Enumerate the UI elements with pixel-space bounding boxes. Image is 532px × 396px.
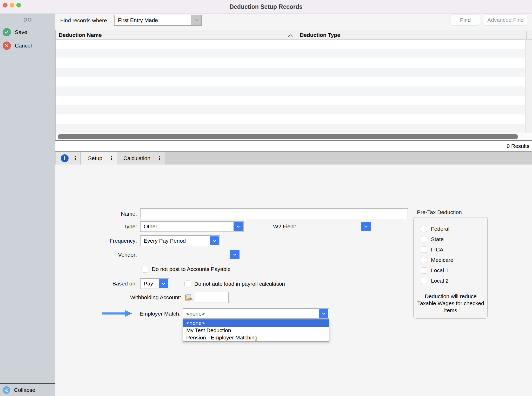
local2-checkbox[interactable] [421,278,427,284]
results-count: 0 Results [507,141,529,151]
chevron-down-icon[interactable] [210,236,219,245]
option-none[interactable]: <none> [183,319,329,327]
tab-setup-label: Setup [88,155,102,161]
find-records-where-label: Find records where [60,15,107,26]
collapse-label: Collapse [14,387,35,393]
option-pension-employer-matching[interactable]: Pension - Employer Matching [183,334,329,341]
save-label: Save [15,29,27,35]
titlebar: Deduction Setup Records [0,0,532,14]
type-label: Type: [68,221,137,232]
withholding-account-label: Withholding Account: [86,292,181,303]
sort-ascending-icon[interactable] [288,33,293,38]
tab-menu-dots-icon[interactable]: ⋮ [109,155,114,161]
save-button[interactable]: Save [3,28,27,36]
pretax-row-fica: FICA [421,246,443,253]
chevron-down-icon[interactable] [191,15,201,25]
state-checkbox[interactable] [421,236,427,242]
pretax-row-local2: Local 2 [421,277,449,284]
medicare-checkbox[interactable] [421,257,427,263]
pretax-row-federal: Federal [421,226,449,232]
pretax-note: Deduction will reduce Taxable Wages for … [417,293,485,314]
column-divider [526,31,527,39]
pretax-row-medicare: Medicare [421,257,453,263]
tab-calculation-label: Calculation [123,155,150,161]
advanced-find-button[interactable]: Advanced Find [483,15,528,25]
frequency-value: Every Pay Period [144,236,186,246]
do-not-post-ap-checkbox[interactable] [142,266,148,272]
do-not-post-ap-label: Do not post to Accounts Payable [152,264,231,274]
fica-label: FICA [431,247,443,253]
x-circle-icon [3,42,11,50]
type-value: Other [144,222,157,231]
tab-info[interactable]: i ⋮ [56,152,81,165]
vertical-scrollbar-track[interactable] [525,40,532,133]
chevron-down-icon[interactable] [319,309,328,318]
option-my-test-deduction[interactable]: My Test Deduction [183,327,329,334]
column-header-deduction-type[interactable]: Deduction Type [300,30,340,40]
name-label: Name: [68,208,137,219]
based-on-label: Based on: [68,278,137,289]
results-table-body[interactable] [55,40,525,133]
vendor-dropdown[interactable] [230,250,240,259]
pretax-row-state: State [421,236,444,243]
chevron-down-icon[interactable] [234,222,243,231]
tab-setup[interactable]: Setup ⋮ [81,152,117,165]
type-dropdown[interactable]: Other [140,221,244,232]
horizontal-scrollbar-thumb[interactable] [58,134,518,139]
tab-menu-dots-icon[interactable]: ⋮ [72,155,78,161]
fica-checkbox[interactable] [421,247,427,253]
do-not-autoload-label: Do not auto load in payroll calculation [194,279,285,289]
frequency-dropdown[interactable]: Every Pay Period [140,235,220,246]
withholding-account-input[interactable] [195,292,229,303]
vendor-label: Vendor: [68,249,137,260]
local1-label: Local 1 [431,267,449,274]
local1-checkbox[interactable] [421,267,427,274]
pretax-row-local1: Local 1 [421,267,449,274]
account-lookup-icon[interactable] [184,292,193,303]
find-field-dropdown[interactable]: First Entry Made [114,15,202,26]
find-field-value: First Entry Made [118,15,158,25]
table-header: Deduction Name Deduction Type [55,30,532,40]
sidebar: DO Save Cancel [0,13,55,383]
employer-match-dropdown[interactable]: <none> [183,308,329,319]
w2-field-label: W2 Field: [249,221,296,232]
pretax-deduction-title: Pre-Tax Deduction [417,209,462,215]
info-icon: i [61,154,69,162]
cancel-button[interactable]: Cancel [3,42,32,50]
frequency-label: Frequency: [68,235,137,246]
column-divider [297,31,297,39]
employer-match-value: <none> [186,309,205,318]
employer-match-label: Employer Match: [111,308,181,319]
based-on-value: Pay [144,279,153,289]
window-title: Deduction Setup Records [0,0,532,13]
collapse-button[interactable]: « Collapse [0,383,55,396]
local2-label: Local 2 [431,278,449,284]
federal-checkbox[interactable] [421,226,427,232]
tab-calculation[interactable]: Calculation ⋮ [117,152,165,165]
state-label: State [431,236,444,242]
cancel-label: Cancel [15,43,32,49]
name-input[interactable] [140,208,408,219]
w2-field-dropdown[interactable] [361,222,371,231]
results-bar: 0 Results [55,141,532,152]
do-not-autoload-checkbox[interactable] [184,281,191,287]
collapse-chevrons-icon: « [3,386,10,394]
chevron-down-icon[interactable] [159,279,168,288]
employer-match-options-list: <none> My Test Deduction Pension - Emplo… [183,319,329,342]
based-on-dropdown[interactable]: Pay [140,278,169,289]
check-circle-icon [3,28,11,36]
column-header-deduction-name[interactable]: Deduction Name [59,30,102,40]
tab-bar: i ⋮ Setup ⋮ Calculation ⋮ [55,152,532,165]
sidebar-header: DO [0,17,55,23]
tab-menu-dots-icon[interactable]: ⋮ [157,155,162,161]
find-button[interactable]: Find [451,15,480,25]
medicare-label: Medicare [431,257,453,263]
horizontal-scrollbar-track[interactable] [55,133,532,140]
federal-label: Federal [431,226,449,232]
